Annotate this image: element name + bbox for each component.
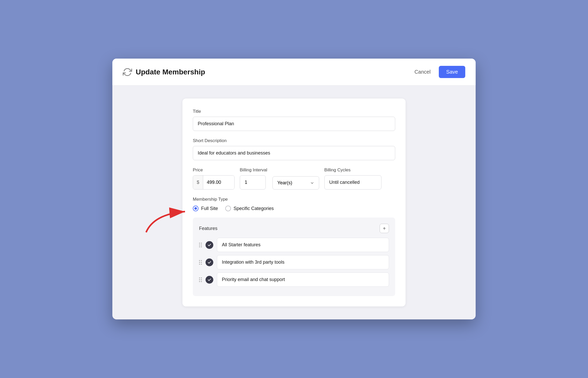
billing-unit-group: x Year(s) — [272, 169, 319, 190]
radio-specific-circle — [225, 206, 231, 211]
feature-text-3: Priority email and chat support — [217, 272, 389, 287]
description-input[interactable] — [193, 146, 395, 160]
features-header: Features + — [199, 224, 389, 233]
radio-full-site[interactable]: Full Site — [193, 206, 218, 211]
cancel-button[interactable]: Cancel — [410, 67, 435, 77]
header-left: Update Membership — [123, 67, 205, 77]
billing-interval-group: Billing Interval — [240, 167, 267, 190]
check-icon-2 — [207, 260, 211, 264]
drag-handle-2[interactable] — [199, 260, 202, 265]
feature-item-1: All Starter features — [199, 238, 389, 252]
radio-full-site-circle — [193, 206, 199, 211]
refresh-icon — [123, 67, 132, 77]
billing-cycles-input[interactable] — [324, 175, 381, 190]
radio-specific-label: Specific Categories — [234, 206, 274, 211]
billing-unit-value: Year(s) — [277, 180, 292, 186]
billing-interval-label: Billing Interval — [240, 167, 267, 173]
price-input-wrapper: $ — [193, 175, 235, 190]
title-group: Title — [193, 109, 395, 131]
page-title: Update Membership — [136, 68, 205, 76]
radio-group: Full Site Specific Categories — [193, 206, 395, 211]
modal-header: Update Membership Cancel Save — [112, 59, 476, 86]
membership-type-section: Membership Type Full Site Specific Categ… — [193, 197, 395, 211]
feature-check-2[interactable] — [206, 258, 213, 266]
description-group: Short Description — [193, 138, 395, 160]
header-right: Cancel Save — [410, 66, 465, 78]
features-title: Features — [199, 226, 217, 231]
description-label: Short Description — [193, 138, 395, 143]
price-group: Price $ — [193, 167, 235, 190]
save-button[interactable]: Save — [439, 66, 465, 78]
drag-handle-1[interactable] — [199, 243, 202, 247]
price-input[interactable] — [203, 176, 234, 189]
radio-specific-categories[interactable]: Specific Categories — [225, 206, 274, 211]
feature-check-3[interactable] — [206, 276, 213, 284]
membership-type-label: Membership Type — [193, 197, 395, 202]
features-section: Features + All Starter featu — [193, 218, 395, 296]
feature-item-3: Priority email and chat support — [199, 272, 389, 287]
check-icon-3 — [207, 278, 211, 282]
feature-item-2: Integration with 3rd party tools — [199, 255, 389, 269]
drag-handle-3[interactable] — [199, 277, 202, 282]
billing-unit-select[interactable]: Year(s) — [272, 176, 319, 190]
title-label: Title — [193, 109, 395, 114]
price-symbol: $ — [193, 176, 203, 189]
billing-cycles-group: Billing Cycles — [324, 167, 381, 190]
chevron-down-icon — [310, 181, 314, 185]
form-container: Title Short Description Price $ — [182, 99, 406, 306]
feature-text-2: Integration with 3rd party tools — [217, 255, 389, 269]
modal-body: Title Short Description Price $ — [112, 86, 476, 319]
price-label: Price — [193, 167, 235, 173]
price-row: Price $ Billing Interval x — [193, 167, 395, 190]
feature-check-1[interactable] — [206, 241, 213, 249]
billing-interval-input[interactable] — [240, 175, 266, 190]
add-feature-button[interactable]: + — [380, 224, 389, 233]
billing-cycles-label: Billing Cycles — [324, 167, 381, 173]
modal-container: Update Membership Cancel Save Title Shor… — [112, 59, 476, 319]
feature-text-1: All Starter features — [217, 238, 389, 252]
radio-full-site-label: Full Site — [201, 206, 218, 211]
check-icon-1 — [207, 243, 211, 247]
title-input[interactable] — [193, 117, 395, 131]
price-row-group: Price $ Billing Interval x — [193, 167, 395, 190]
